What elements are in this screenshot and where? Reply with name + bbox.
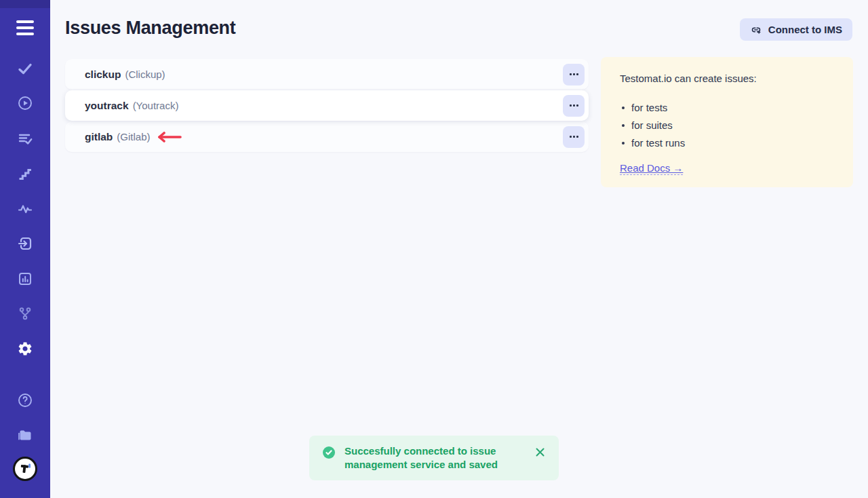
ims-type: (Clickup) bbox=[125, 69, 165, 80]
connect-to-ims-label: Connect to IMS bbox=[768, 24, 842, 35]
more-options-button[interactable] bbox=[563, 95, 585, 117]
projects-folder-icon[interactable] bbox=[16, 427, 34, 444]
menu-icon[interactable] bbox=[16, 20, 34, 35]
ims-list: clickup (Clickup) youtrack (Youtrack) gi… bbox=[65, 59, 589, 153]
more-options-icon bbox=[570, 73, 578, 75]
more-options-icon bbox=[570, 136, 578, 138]
ims-type: (Gitlab) bbox=[117, 131, 150, 142]
info-panel-item: for tests bbox=[620, 99, 834, 117]
link-plus-icon bbox=[750, 24, 762, 36]
ims-row-youtrack[interactable]: youtrack (Youtrack) bbox=[65, 90, 589, 121]
import-icon[interactable] bbox=[16, 235, 34, 252]
test-plans-list-icon[interactable] bbox=[16, 130, 34, 148]
more-options-button[interactable] bbox=[563, 126, 585, 148]
page-title: Issues Management bbox=[65, 18, 236, 39]
more-options-button[interactable] bbox=[563, 64, 585, 85]
info-panel-item: for test runs bbox=[620, 134, 834, 152]
info-panel-title: Testomat.io can create issues: bbox=[620, 72, 834, 85]
sidebar bbox=[0, 0, 50, 498]
testomat-logo[interactable] bbox=[13, 457, 37, 481]
ims-name: clickup bbox=[85, 69, 121, 81]
ims-row-gitlab[interactable]: gitlab (Gitlab) bbox=[65, 121, 589, 152]
info-panel: Testomat.io can create issues: for tests… bbox=[601, 57, 853, 187]
more-options-icon bbox=[570, 104, 578, 107]
help-icon[interactable] bbox=[16, 391, 34, 409]
success-toast: Succesfully connected to issue managemen… bbox=[309, 436, 559, 480]
toast-close-button[interactable] bbox=[534, 446, 547, 459]
toast-message: Succesfully connected to issue managemen… bbox=[344, 444, 534, 472]
read-docs-link[interactable]: Read Docs → bbox=[620, 162, 683, 175]
info-panel-item: for suites bbox=[620, 117, 834, 134]
ims-row-clickup[interactable]: clickup (Clickup) bbox=[65, 59, 589, 90]
ims-name: youtrack bbox=[85, 100, 129, 112]
settings-gear-icon[interactable] bbox=[16, 340, 34, 358]
ims-type: (Youtrack) bbox=[133, 100, 179, 111]
analytics-pulse-icon[interactable] bbox=[16, 200, 34, 218]
ims-name: gitlab bbox=[85, 131, 113, 143]
page: Issues Management Connect to IMS clickup… bbox=[0, 0, 868, 498]
info-panel-list: for tests for suites for test runs bbox=[620, 99, 834, 152]
red-pointer-arrow-icon bbox=[157, 132, 182, 142]
branches-icon[interactable] bbox=[16, 305, 34, 322]
steps-icon[interactable] bbox=[16, 165, 34, 183]
success-check-icon bbox=[323, 446, 335, 459]
reports-chart-icon[interactable] bbox=[16, 270, 34, 288]
runs-play-icon[interactable] bbox=[16, 94, 34, 112]
sidebar-top-strip bbox=[0, 0, 50, 8]
tests-check-icon[interactable] bbox=[16, 60, 34, 77]
connect-to-ims-button[interactable]: Connect to IMS bbox=[740, 18, 852, 41]
